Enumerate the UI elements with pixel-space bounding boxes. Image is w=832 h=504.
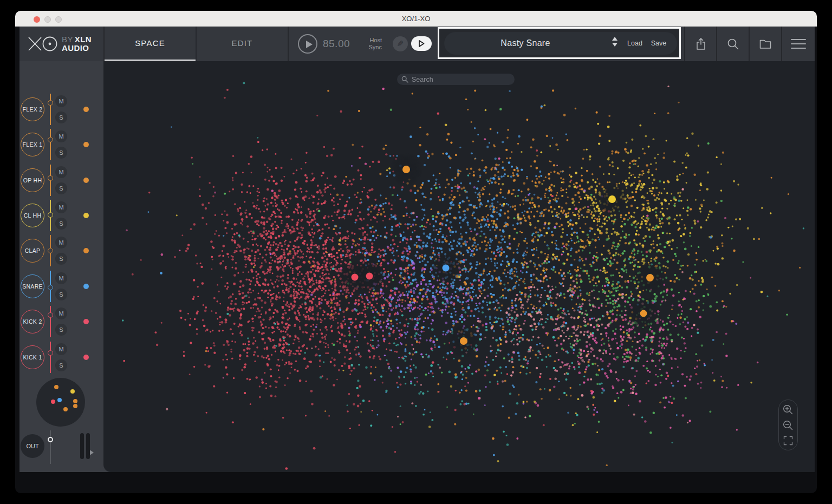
- mute-button[interactable]: M: [55, 166, 67, 178]
- channel-color-indicator: [83, 319, 89, 324]
- window-title: XO/1-XO: [15, 11, 817, 27]
- out-channel-pad[interactable]: OUT: [21, 434, 44, 458]
- pattern-play-toggle[interactable]: [411, 36, 432, 51]
- active-tab-underline: [105, 60, 196, 61]
- hamburger-icon: [790, 37, 807, 50]
- channel-color-indicator: [83, 248, 89, 253]
- channel-volume-knob[interactable]: [48, 212, 53, 218]
- solo-button[interactable]: S: [55, 182, 67, 194]
- channel-name: CLAP: [25, 247, 41, 254]
- channel-name: CL HH: [24, 212, 42, 219]
- minimap-dot: [63, 407, 68, 411]
- mute-button[interactable]: M: [55, 272, 67, 284]
- solo-button[interactable]: S: [55, 324, 67, 336]
- solo-button[interactable]: S: [55, 359, 67, 371]
- channel-color-indicator: [83, 178, 89, 183]
- channel-name: KICK 2: [23, 318, 42, 325]
- solo-button[interactable]: S: [55, 218, 67, 230]
- space-search[interactable]: [397, 74, 515, 85]
- mute-button[interactable]: M: [55, 130, 67, 142]
- mute-button[interactable]: M: [55, 201, 67, 213]
- minimap-dot: [73, 399, 77, 403]
- share-icon: [694, 37, 707, 51]
- mute-button[interactable]: M: [55, 237, 67, 248]
- channel-name: OP HH: [23, 177, 42, 184]
- channel-color-indicator: [83, 142, 89, 147]
- export-button[interactable]: [684, 27, 716, 61]
- channel-volume-slider[interactable]: [50, 342, 51, 373]
- brand-logo: BYXLN AUDIO: [20, 27, 103, 61]
- channel-color-indicator: [83, 355, 89, 360]
- out-volume-slider[interactable]: [50, 430, 51, 464]
- channel-pad[interactable]: KICK 2: [21, 310, 44, 333]
- channel-volume-knob[interactable]: [48, 312, 53, 318]
- pencil-icon: ✎: [397, 39, 404, 48]
- edit-pattern-button[interactable]: ✎: [393, 36, 408, 51]
- fullscreen-icon[interactable]: [783, 435, 794, 446]
- channel-pad[interactable]: SNARE: [21, 274, 44, 298]
- xo-logo-icon: [27, 35, 58, 53]
- preset-stepper[interactable]: [611, 37, 619, 47]
- channel-sidebar: FLEX 2 M S FLEX 1 M S OP HH M S CL HH M: [20, 61, 112, 472]
- channel-volume-knob[interactable]: [48, 137, 53, 142]
- toolbar: BYXLN AUDIO SPACE EDIT 85.00 Host Sync ✎: [20, 27, 815, 61]
- mute-button[interactable]: M: [55, 95, 67, 107]
- solo-button[interactable]: S: [55, 112, 67, 123]
- out-volume-knob[interactable]: [48, 437, 53, 442]
- plugin-body: FLEX 2 M S FLEX 1 M S OP HH M S CL HH M: [20, 61, 815, 472]
- save-button[interactable]: Save: [645, 32, 672, 55]
- channel-name: KICK 1: [23, 354, 42, 361]
- mute-button[interactable]: M: [55, 307, 67, 319]
- play-outline-icon: [411, 36, 432, 51]
- channel-pad[interactable]: CLAP: [21, 239, 44, 263]
- menu-button[interactable]: [781, 27, 815, 61]
- mute-button[interactable]: M: [55, 343, 67, 355]
- space-view[interactable]: [103, 61, 815, 472]
- play-button[interactable]: [298, 34, 317, 54]
- preset-name: Nasty Snare: [444, 32, 607, 55]
- channel-volume-knob[interactable]: [48, 350, 53, 356]
- preset-section-highlight: Nasty Snare Load Save: [438, 27, 681, 59]
- channel-volume-knob[interactable]: [48, 100, 53, 106]
- channel-name: FLEX 2: [23, 106, 43, 113]
- channel-pad[interactable]: FLEX 2: [21, 97, 44, 121]
- channel-name: SNARE: [22, 283, 43, 290]
- preset-down-icon[interactable]: [612, 43, 618, 47]
- zoom-controls: [778, 400, 798, 450]
- search-icon: [726, 37, 740, 51]
- search-button[interactable]: [716, 27, 749, 61]
- channel-volume-knob[interactable]: [48, 285, 53, 290]
- bpm-value[interactable]: 85.00: [320, 27, 353, 61]
- preset-selector[interactable]: Nasty Snare Load Save: [444, 32, 677, 55]
- play-icon: [306, 41, 313, 48]
- channel-volume-slider[interactable]: [50, 306, 51, 337]
- search-input[interactable]: [412, 76, 504, 83]
- load-button[interactable]: Load: [623, 32, 647, 55]
- space-minimap[interactable]: [36, 378, 85, 427]
- channel-pad[interactable]: CL HH: [21, 204, 44, 227]
- sample-space-scatter[interactable]: [103, 61, 815, 472]
- level-meter-right: [86, 433, 90, 459]
- channel-volume-knob[interactable]: [48, 248, 53, 253]
- channel-pad[interactable]: KICK 1: [21, 345, 44, 369]
- channel-pad[interactable]: FLEX 1: [21, 133, 44, 156]
- solo-button[interactable]: S: [55, 253, 67, 265]
- preset-up-icon[interactable]: [612, 37, 618, 41]
- tab-space[interactable]: SPACE: [103, 27, 196, 61]
- folder-icon: [758, 37, 772, 50]
- channel-pad[interactable]: OP HH: [21, 168, 44, 192]
- brand-text: BYXLN AUDIO: [62, 35, 92, 53]
- solo-button[interactable]: S: [55, 147, 67, 159]
- minimap-dot: [73, 404, 77, 408]
- solo-button[interactable]: S: [55, 289, 67, 300]
- tab-edit[interactable]: EDIT: [196, 27, 288, 61]
- zoom-out-icon[interactable]: [782, 420, 794, 431]
- channel-volume-knob[interactable]: [48, 175, 53, 181]
- channel-volume-slider[interactable]: [50, 94, 51, 125]
- browser-button[interactable]: [749, 27, 781, 61]
- channel-volume-slider[interactable]: [50, 129, 51, 160]
- zoom-in-icon[interactable]: [782, 404, 794, 416]
- titlebar: XO/1-XO: [15, 11, 817, 27]
- search-icon: [401, 76, 408, 83]
- channel-name: FLEX 1: [23, 141, 43, 148]
